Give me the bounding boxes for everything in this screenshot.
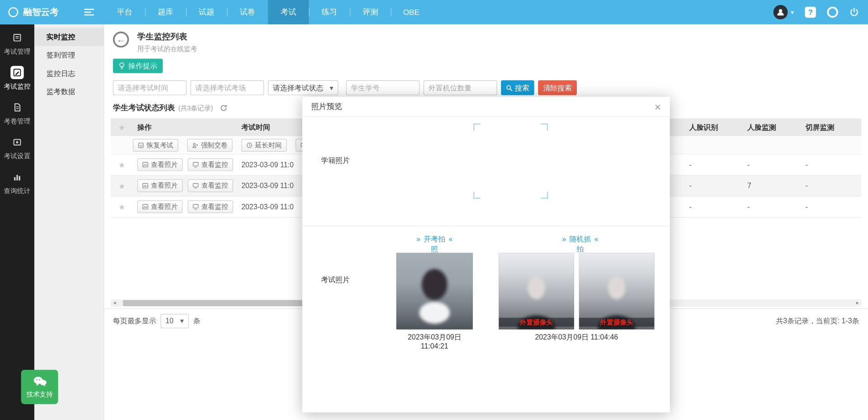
random-capture-photo-2[interactable]: 外置摄像头 [579, 253, 655, 330]
button-label: 查看照片 [151, 181, 178, 190]
force-submit-button[interactable]: 强制交卷 [187, 139, 232, 151]
photo-caption-exam-start: 2023年03月09日 11:04:21 [396, 332, 473, 351]
double-arrow-left-icon: « [594, 234, 598, 244]
per-page-select[interactable]: 10 ▾ [160, 314, 189, 328]
button-label: 查看监控 [202, 181, 228, 190]
brand-logo-icon [7, 6, 19, 18]
exam-photo-section: 考试照片 » 开考拍 « 照 » 随机抓 « 拍 [302, 227, 670, 412]
tech-support-button[interactable]: 技术支持 [21, 370, 58, 404]
face-recognition-cell: - [685, 160, 743, 169]
nav-evaluation[interactable]: 评测 [350, 0, 391, 24]
photo-preview-modal: 照片预览 × 学籍照片 考试照片 » 开考拍 « 照 [302, 97, 670, 412]
secondary-sidebar: 实时监控 签到管理 监控日志 监考数据 [34, 24, 104, 420]
tip-label: 操作提示 [128, 61, 157, 71]
button-label: 查看照片 [151, 202, 178, 212]
nav-practice[interactable]: 练习 [309, 0, 350, 24]
chevron-down-icon: ▾ [180, 316, 184, 325]
camera-warning-overlay: 外置摄像头 [499, 318, 574, 327]
sidebar-label: 考卷管理 [4, 117, 31, 126]
registration-photo-section: 学籍照片 [302, 117, 670, 226]
star-icon[interactable]: ★ [111, 160, 133, 169]
screen-monitoring-cell: - [801, 160, 859, 169]
menu-toggle-icon[interactable] [84, 7, 94, 17]
logout-button[interactable] [849, 7, 859, 17]
scroll-left-arrow[interactable]: ◄ [111, 299, 118, 307]
exam-time-input[interactable] [113, 80, 187, 95]
operation-tips-button[interactable]: 操作提示 [113, 59, 163, 73]
webcam-photo-front [396, 253, 473, 330]
view-monitor-button[interactable]: 查看监控 [188, 179, 233, 192]
settings-icon [10, 136, 24, 149]
sidebar-item-exam-settings[interactable]: 考试设置 [0, 129, 34, 164]
nav-questions[interactable]: 试题 [186, 0, 227, 24]
button-label: 查看监控 [202, 160, 228, 170]
column-title-text: 开考拍 [424, 234, 445, 244]
exam-room-input[interactable] [190, 80, 264, 95]
monitor-pencil-icon [10, 66, 24, 79]
close-icon[interactable]: × [655, 101, 661, 112]
caption-time: 11:04:21 [396, 342, 473, 351]
search-button[interactable]: 搜索 [501, 80, 534, 95]
star-icon[interactable]: ★ [111, 203, 133, 212]
scrollbar-thumb[interactable] [123, 300, 306, 306]
record-count: (共3条记录) [178, 103, 213, 113]
chevron-down-icon: ▾ [791, 9, 794, 16]
nav-obe[interactable]: OBE [391, 0, 432, 24]
star-icon[interactable]: ★ [111, 181, 133, 190]
view-monitor-button[interactable]: 查看监控 [188, 200, 233, 213]
nav-exam[interactable]: 考试 [268, 0, 309, 24]
student-id-input[interactable] [346, 80, 420, 95]
primary-nav: 平台 题库 试题 试卷 考试 练习 评测 OBE [104, 0, 432, 24]
column-title-exam-start[interactable]: » 开考拍 « 照 [401, 234, 468, 254]
scroll-right-arrow[interactable]: ► [854, 299, 861, 307]
submenu-item-monitoring-logs[interactable]: 监控日志 [34, 64, 104, 82]
resume-exam-button[interactable]: 恢复考试 [133, 139, 178, 151]
nav-papers[interactable]: 试卷 [227, 0, 268, 24]
view-photo-button[interactable]: 查看照片 [137, 158, 183, 171]
view-monitor-button[interactable]: 查看监控 [188, 158, 233, 171]
camera-warning-overlay: 外置摄像头 [579, 318, 655, 327]
clock-icon [246, 142, 252, 148]
button-label: 查看监控 [202, 202, 228, 212]
search-label: 搜索 [515, 83, 529, 93]
random-capture-photo-1[interactable]: 外置摄像头 [499, 253, 574, 330]
brand[interactable]: 融智云考 [0, 6, 59, 18]
column-title-random-capture[interactable]: » 随机抓 « 拍 [547, 234, 613, 254]
select-value: 请选择考试状态 [273, 83, 323, 93]
double-arrow-left-icon: « [448, 234, 453, 244]
user-menu[interactable]: ▾ [774, 5, 794, 19]
filter-bar: 请选择考试状态 ▾ 搜索 清除搜索 [113, 80, 577, 95]
corner-bracket-icon [473, 192, 481, 199]
view-photo-button[interactable]: 查看照片 [137, 200, 183, 213]
nav-question-bank[interactable]: 题库 [145, 0, 186, 24]
submenu-item-checkin-management[interactable]: 签到管理 [34, 46, 104, 64]
exam-photo-label: 考试照片 [321, 275, 350, 285]
face-recognition-cell: - [685, 203, 743, 211]
refresh-button[interactable] [220, 104, 227, 112]
clear-search-button[interactable]: 清除搜索 [538, 80, 577, 95]
help-button[interactable]: ? [805, 7, 816, 18]
per-page-label: 每页最多显示 [113, 316, 156, 326]
bar-chart-icon [10, 170, 24, 184]
nav-platform[interactable]: 平台 [104, 0, 145, 24]
top-navbar: 融智云考 平台 题库 试题 试卷 考试 练习 评测 OBE ▾ ? [0, 0, 868, 24]
exam-status-select[interactable]: 请选择考试状态 ▾ [268, 80, 339, 95]
face-monitoring-cell: - [743, 203, 801, 211]
extend-time-button[interactable]: 延长时间 [241, 139, 287, 151]
submenu-item-proctor-data[interactable]: 监考数据 [34, 82, 104, 100]
exam-start-photo[interactable] [396, 253, 473, 330]
sidebar-item-query-statistics[interactable]: 查询统计 [0, 164, 34, 198]
sidebar-item-exam-management[interactable]: 考试管理 [0, 24, 34, 59]
back-button[interactable]: ← [113, 32, 129, 48]
submenu-item-realtime-monitoring[interactable]: 实时监控 [34, 28, 104, 46]
star-icon[interactable]: ★ [111, 123, 133, 132]
view-photo-button[interactable]: 查看照片 [137, 179, 183, 192]
sidebar-item-exam-monitoring[interactable]: 考试监控 [0, 59, 34, 94]
app-window: 融智云考 平台 题库 试题 试卷 考试 练习 评测 OBE ▾ ? [0, 0, 868, 420]
theme-icon[interactable] [827, 7, 838, 18]
modal-title: 照片预览 [311, 102, 342, 112]
per-page-unit: 条 [193, 316, 200, 326]
external-camera-count-input[interactable] [424, 80, 497, 95]
sidebar-label: 考试监控 [4, 82, 31, 91]
sidebar-item-paper-management[interactable]: 考卷管理 [0, 94, 34, 129]
